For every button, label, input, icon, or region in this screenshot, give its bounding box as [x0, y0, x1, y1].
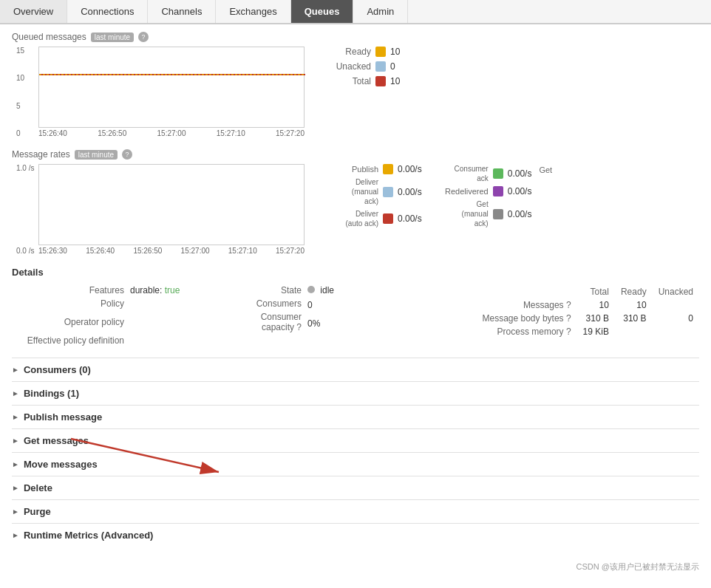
stats-col-unacked: Unacked: [653, 285, 699, 298]
rates-publish-label: Publish: [319, 164, 378, 174]
details-capacity-label: Consumer capacity ?: [234, 312, 307, 335]
legend-total-color: [375, 76, 386, 86]
stats-body-bytes-unacked: 0: [653, 312, 699, 325]
rates-consumer-ack-color: [493, 168, 503, 179]
accordion-bindings-label: Bindings (1): [24, 388, 79, 399]
accordion-get-messages-header[interactable]: ► Get messages: [12, 435, 699, 446]
rates-deliver-auto: Deliver(auto ack) 0.00/s: [319, 209, 422, 228]
message-rates-x-axis: 15:26:30 15:26:40 15:26:50 15:27:00 15:2…: [38, 247, 305, 255]
nav-overview[interactable]: Overview: [0, 0, 67, 23]
rates-redelivered-value: 0.00/s: [508, 186, 532, 196]
accordion-publish: ► Publish message: [12, 405, 699, 428]
rates-legend-left: Publish 0.00/s Deliver(manualack) 0.00/s…: [319, 164, 422, 231]
details-effective-label: Effective policy definition: [12, 335, 130, 346]
accordion-purge: ► Purge: [12, 499, 699, 523]
queued-messages-y-axis: 15 10 5 0: [16, 47, 24, 137]
accordion-runtime-header[interactable]: ► Runtime Metrics (Advanced): [12, 530, 699, 541]
queued-messages-help[interactable]: ?: [138, 32, 149, 42]
message-rates-svg: [39, 165, 305, 246]
rates-get-manual-value: 0.00/s: [508, 209, 532, 219]
details-policy-value: [130, 298, 234, 312]
queued-messages-row: 15 10 5 0 15:26:40 15:26:50 15:27:00 15:…: [12, 47, 699, 137]
rates-consumer-ack-label: Consumerack: [429, 164, 489, 183]
rates-consumer-ack: Consumerack 0.00/s: [429, 164, 532, 183]
accordion-bindings-header[interactable]: ► Bindings (1): [12, 388, 699, 399]
accordion-consumers-arrow: ►: [12, 366, 19, 374]
stats-body-bytes-total: 310 B: [577, 312, 615, 325]
rates-publish-color: [383, 164, 393, 174]
accordion-runtime-arrow: ►: [12, 531, 19, 539]
message-rates-chart: [38, 164, 305, 245]
features-durable: true: [165, 285, 180, 295]
accordion-publish-header[interactable]: ► Publish message: [12, 411, 699, 423]
rates-deliver-auto-value: 0.00/s: [398, 213, 422, 224]
rates-get-label: Get: [539, 164, 552, 231]
stats-body-bytes-ready: 310 B: [615, 312, 653, 325]
message-rates-help[interactable]: ?: [122, 149, 132, 160]
accordion-purge-header[interactable]: ► Purge: [12, 506, 699, 517]
details-capacity-value: 0%: [307, 312, 352, 335]
main-content: Queued messages last minute ? 15 10 5 0 …: [0, 24, 711, 554]
rates-get-manual-color: [493, 209, 503, 219]
legend-total: Total 10: [319, 76, 438, 86]
accordion-purge-arrow: ►: [12, 507, 19, 516]
details-opolicy-row: Operator policy Consumer capacity ? 0%: [12, 312, 352, 335]
rates-deliver-manual-color: [383, 187, 393, 197]
stats-messages-row: Messages ? 10 10: [477, 298, 700, 312]
nav-exchanges[interactable]: Exchanges: [216, 0, 290, 23]
state-text: idle: [320, 285, 334, 295]
accordion: ► Consumers (0) ► Bindings (1) ► Publish…: [12, 358, 699, 547]
stats-memory-row: Process memory ? 19 KiB: [477, 325, 700, 338]
accordion-delete-header[interactable]: ► Delete: [12, 482, 699, 493]
accordion-purge-label: Purge: [24, 506, 51, 517]
rates-deliver-auto-label: Deliver(auto ack): [319, 209, 378, 228]
queued-messages-chart-wrapper: 15 10 5 0 15:26:40 15:26:50 15:27:00 15:…: [38, 47, 305, 137]
accordion-get-messages-label: Get messages: [24, 435, 89, 446]
details-title: Details: [12, 267, 699, 278]
queued-messages-label: Queued messages: [12, 32, 86, 42]
accordion-consumers-label: Consumers (0): [24, 364, 91, 375]
details-left: Features durable: true State idle Policy…: [12, 285, 352, 346]
legend-ready-color: [375, 47, 386, 57]
nav-connections[interactable]: Connections: [67, 0, 148, 23]
rates-legend: Publish 0.00/s Deliver(manualack) 0.00/s…: [319, 164, 552, 231]
rates-publish-value: 0.00/s: [398, 164, 422, 174]
legend-ready: Ready 10: [319, 47, 438, 57]
details-opolicy-value: [130, 312, 234, 335]
message-rates-label: Message rates: [12, 149, 70, 160]
message-rates-y-axis: 1.0 /s 0.0 /s: [16, 164, 34, 255]
stats-messages-ready: 10: [615, 298, 653, 312]
legend-unacked: Unacked 0: [319, 61, 438, 72]
accordion-runtime: ► Runtime Metrics (Advanced): [12, 523, 699, 547]
details-consumers-value: 0: [307, 298, 352, 312]
rates-redelivered-label: Redelivered: [429, 186, 489, 196]
details-section: Details Features durable: true State idl…: [12, 267, 699, 346]
nav-admin[interactable]: Admin: [353, 0, 408, 23]
message-rates-section-title: Message rates last minute ?: [12, 149, 699, 160]
legend-ready-label: Ready: [319, 47, 371, 57]
message-rates-badge: last minute: [75, 150, 118, 160]
stats-messages-unacked: [653, 298, 699, 312]
queued-messages-legend: Ready 10 Unacked 0 Total 10: [319, 47, 438, 91]
accordion-move-messages-header[interactable]: ► Move messages: [12, 459, 699, 470]
details-state-value: idle: [307, 285, 352, 298]
details-opolicy-label: Operator policy: [12, 312, 130, 335]
rates-legend-right: Consumerack 0.00/s Redelivered 0.00/s Ge…: [429, 164, 532, 231]
nav-queues[interactable]: Queues: [291, 0, 354, 23]
accordion-consumers-header[interactable]: ► Consumers (0): [12, 364, 699, 375]
accordion-get-messages-arrow: ►: [12, 437, 19, 445]
details-features-row: Features durable: true State idle: [12, 285, 352, 298]
stats-messages-label: Messages ?: [477, 298, 577, 312]
navigation: Overview Connections Channels Exchanges …: [0, 0, 711, 24]
details-features-value: durable: true: [130, 285, 234, 298]
accordion-runtime-label: Runtime Metrics (Advanced): [24, 530, 154, 541]
stats-col-label: [477, 285, 577, 298]
nav-channels[interactable]: Channels: [148, 0, 216, 23]
accordion-publish-label: Publish message: [24, 411, 102, 423]
rates-deliver-manual-value: 0.00/s: [398, 187, 422, 197]
rates-deliver-auto-color: [383, 213, 393, 224]
legend-unacked-color: [375, 61, 386, 72]
stats-body-bytes-label: Message body bytes ?: [477, 312, 577, 325]
accordion-delete-label: Delete: [24, 482, 52, 493]
details-body: Features durable: true State idle Policy…: [12, 285, 699, 346]
